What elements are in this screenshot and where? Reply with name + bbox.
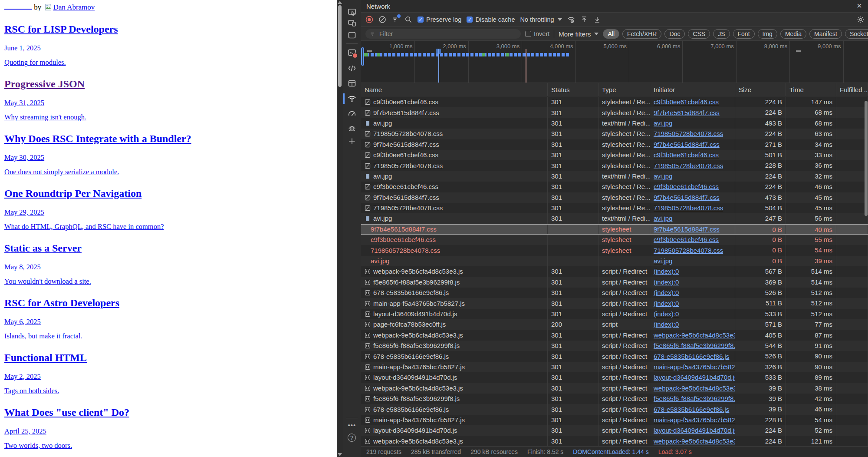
request-initiator-link[interactable]: (index):0 [654, 319, 679, 330]
application-panel-icon[interactable] [348, 79, 356, 88]
request-row[interactable]: main-app-f5a43765bc7b5827.js301script / … [361, 298, 868, 308]
request-row[interactable]: 678-e5835b6166e9ef86.js301script / Redir… [361, 404, 868, 414]
invert-checkbox[interactable]: Invert [525, 30, 549, 37]
request-row[interactable]: 9f7b4e5615d884f7.css301stylesheet / Re..… [361, 192, 868, 203]
post-date-link[interactable]: May 29, 2025 [4, 208, 44, 216]
request-initiator-link[interactable]: 7198505728be4078.css [654, 245, 723, 256]
filter-input-pill[interactable] [365, 29, 521, 39]
request-row[interactable]: 7198505728be4078.cssstylesheet7198505728… [361, 245, 868, 255]
help-icon[interactable]: ? [348, 434, 356, 442]
request-row[interactable]: webpack-9e5b6cfa4d8c53e3.js301script / R… [361, 436, 868, 447]
filter-chip-js[interactable]: JS [713, 29, 730, 39]
overview-left-grip[interactable] [361, 47, 364, 66]
request-initiator-link[interactable]: (index):0 [654, 309, 679, 319]
request-row[interactable]: 7198505728be4078.css301stylesheet / Re..… [361, 203, 868, 213]
disable-cache-checkbox[interactable]: ✓ Disable cache [467, 16, 515, 23]
request-initiator-link[interactable]: avi.jpg [654, 118, 672, 129]
settings-gear-icon[interactable] [857, 16, 865, 23]
request-initiator-link[interactable]: 7198505728be4078.css [654, 161, 723, 171]
request-row[interactable]: main-app-f5a43765bc7b5827.js301script / … [361, 362, 868, 372]
close-devtools-icon[interactable]: ✕ [855, 2, 864, 10]
request-initiator-link[interactable]: c9f3b0ee61cbef46.css [654, 97, 719, 107]
post-date-link[interactable]: May 30, 2025 [4, 153, 44, 162]
scrollbar-up-arrow-icon[interactable] [338, 1, 342, 4]
column-header-type[interactable]: Type [598, 83, 650, 96]
filter-chip-all[interactable]: All [603, 29, 619, 39]
throttling-dropdown[interactable]: No throttling [520, 16, 562, 23]
request-row[interactable]: f5e865f6-f88af5e3b96299f8.js301script / … [361, 341, 868, 351]
preserve-log-checkbox[interactable]: ✓ Preserve log [418, 16, 461, 23]
post-tagline-link[interactable]: Islands, but make it fractal. [4, 332, 82, 340]
post-title-link[interactable]: RSC for Astro Developers [4, 297, 119, 308]
request-initiator-link[interactable]: (index):0 [654, 277, 679, 288]
request-row[interactable]: layout-d36409d491b4d70d.js301script / Re… [361, 372, 868, 383]
request-initiator-link[interactable]: avi.jpg [654, 171, 672, 182]
debugger-bug-icon[interactable] [348, 124, 356, 132]
network-panel-icon[interactable] [348, 94, 356, 103]
column-header-name[interactable]: Name [361, 83, 548, 96]
request-row[interactable]: layout-d36409d491b4d70d.js301script / Re… [361, 309, 868, 319]
request-row[interactable]: main-app-f5a43765bc7b5827.js301script / … [361, 415, 868, 425]
search-icon[interactable] [404, 16, 412, 23]
device-toolbar-icon[interactable] [348, 19, 356, 27]
request-row[interactable]: avi.jpg301text/html / Redi...avi.jpg224 … [361, 171, 868, 182]
post-date-link[interactable]: May 6, 2025 [4, 318, 41, 326]
record-network-log-icon[interactable] [365, 16, 373, 23]
request-initiator-link[interactable]: (index):0 [654, 298, 679, 309]
table-scrollbar-thumb[interactable] [865, 101, 868, 216]
request-row[interactable]: 678-e5835b6166e9ef86.js301script / Redir… [361, 288, 868, 298]
timeline-overview[interactable]: 1,000 ms2,000 ms3,000 ms4,000 ms5,000 ms… [361, 41, 868, 83]
request-row[interactable]: 9f7b4e5615d884f7.css301stylesheet / Re..… [361, 139, 868, 150]
request-initiator-link[interactable]: c9f3b0ee61cbef46.css [654, 182, 719, 192]
post-tagline-link[interactable]: One does not simply serialize a module. [4, 168, 119, 176]
post-tagline-link[interactable]: Quoting for modules. [4, 58, 66, 66]
request-initiator-link[interactable]: 678-e5835b6166e9ef86.js [654, 351, 729, 362]
filter-chip-fetch-xhr[interactable]: Fetch/XHR [622, 29, 661, 39]
more-filters-dropdown[interactable]: More filters [559, 30, 598, 38]
request-initiator-link[interactable]: layout-d36409d491b4d70d.js [654, 372, 735, 383]
filter-chip-font[interactable]: Font [733, 29, 755, 39]
request-initiator-link[interactable]: main-app-f5a43765bc7b5827.j [654, 415, 735, 425]
request-initiator-link[interactable]: c9f3b0ee61cbef46.css [654, 235, 719, 245]
request-row[interactable]: 7198505728be4078.css301stylesheet / Re..… [361, 160, 868, 171]
filter-chip-img[interactable]: Img [758, 29, 777, 39]
network-conditions-icon[interactable] [567, 16, 575, 23]
post-title-link[interactable]: Why Does RSC Integrate with a Bundler? [4, 133, 191, 144]
filter-toggle-icon[interactable] [391, 16, 399, 23]
filter-chip-doc[interactable]: Doc [664, 29, 685, 39]
request-initiator-link[interactable]: 9f7b4e5615d884f7.css [654, 192, 720, 203]
post-tagline-link[interactable]: You wouldn't download a site. [4, 277, 91, 285]
preserve-log-checkmark-icon[interactable]: ✓ [418, 17, 424, 23]
request-initiator-link[interactable]: 9f7b4e5615d884f7.css [654, 139, 720, 150]
request-initiator-link[interactable]: 9f7b4e5615d884f7.css [654, 225, 720, 234]
disable-cache-checkmark-icon[interactable]: ✓ [467, 17, 473, 23]
scrollbar-down-arrow-icon[interactable] [338, 453, 342, 456]
request-row[interactable]: avi.jpg301text/html / Redi...avi.jpg493 … [361, 118, 868, 129]
request-row[interactable]: 678-e5835b6166e9ef86.js301script / Redir… [361, 351, 868, 361]
request-initiator-link[interactable]: f5e865f6-f88af5e3b96299f8.js [654, 394, 735, 404]
post-tagline-link[interactable]: Two worlds, two doors. [4, 441, 72, 450]
performance-panel-icon[interactable] [348, 109, 356, 118]
import-har-icon[interactable] [580, 16, 588, 23]
request-initiator-link[interactable]: (index):0 [654, 266, 679, 277]
column-header-initiator[interactable]: Initiator [650, 83, 735, 96]
request-initiator-link[interactable]: main-app-f5a43765bc7b5827.j [654, 362, 735, 372]
post-title-link[interactable]: Static as a Server [4, 242, 82, 254]
request-initiator-link[interactable]: webpack-9e5b6cfa4d8c53e3.js [654, 436, 735, 446]
request-row[interactable]: avi.jpgavi.jpg0 B39 ms [361, 256, 868, 266]
blog-home-link[interactable] [4, 3, 32, 10]
request-row[interactable]: f5e865f6-f88af5e3b96299f8.js301script / … [361, 394, 868, 404]
filter-chip-css[interactable]: CSS [688, 29, 710, 39]
post-title-link[interactable]: Functional HTML [4, 352, 87, 363]
request-initiator-link[interactable]: 7198505728be4078.css [654, 129, 723, 139]
inspect-element-icon[interactable] [348, 8, 356, 17]
request-initiator-link[interactable]: 7198505728be4078.css [654, 203, 723, 213]
author-link[interactable]: Dan Abramov [53, 3, 95, 11]
post-date-link[interactable]: May 8, 2025 [4, 263, 41, 271]
request-initiator-link[interactable]: c9f3b0ee61cbef46.css [654, 150, 719, 160]
post-date-link[interactable]: May 31, 2025 [4, 99, 44, 107]
column-header-time[interactable]: Time [786, 83, 836, 96]
post-title-link[interactable]: RSC for LISP Developers [4, 23, 118, 35]
request-row[interactable]: 7198505728be4078.css301stylesheet / Re..… [361, 129, 868, 139]
post-date-link[interactable]: April 25, 2025 [4, 427, 46, 435]
